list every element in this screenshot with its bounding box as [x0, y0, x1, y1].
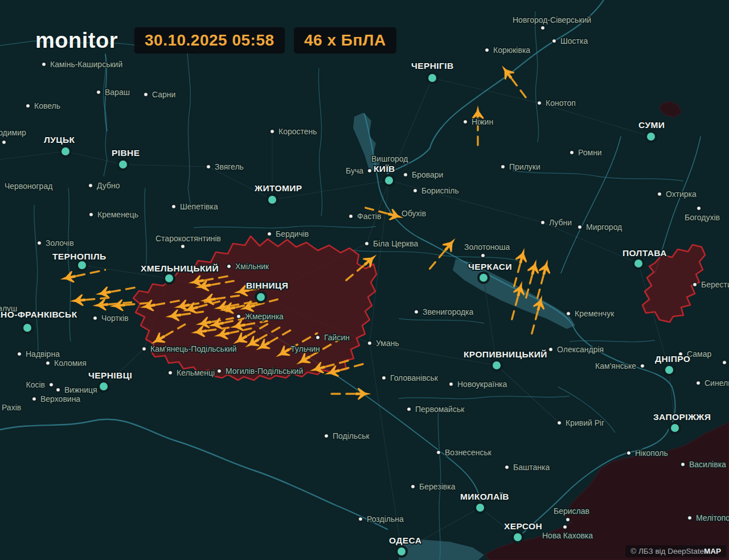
- town-dot[interactable]: [2, 140, 6, 145]
- town-dot[interactable]: [697, 206, 701, 211]
- town-dot[interactable]: [693, 282, 697, 287]
- town-dot[interactable]: [267, 232, 272, 236]
- major-city-dot[interactable]: [647, 133, 655, 141]
- major-city-dot[interactable]: [671, 424, 679, 432]
- town-dot[interactable]: [626, 451, 631, 455]
- town-dot[interactable]: [566, 517, 570, 522]
- major-city-dot[interactable]: [634, 260, 642, 267]
- town-dot[interactable]: [501, 164, 505, 169]
- town-dot[interactable]: [463, 120, 468, 124]
- town-dot[interactable]: [42, 62, 46, 67]
- major-city-dot[interactable]: [398, 547, 406, 555]
- town-dot[interactable]: [93, 316, 97, 320]
- town-dot[interactable]: [17, 352, 22, 356]
- town-dot[interactable]: [403, 172, 408, 177]
- major-city-dot[interactable]: [23, 324, 31, 332]
- major-city-dot[interactable]: [493, 361, 501, 369]
- town-label: Голованівськ: [390, 373, 439, 382]
- town-dot[interactable]: [436, 450, 441, 455]
- major-city-dot[interactable]: [100, 382, 108, 390]
- major-city-dot[interactable]: [480, 274, 488, 282]
- town-dot[interactable]: [687, 516, 692, 520]
- town-dot[interactable]: [96, 90, 101, 94]
- town-label: Прилуки: [509, 162, 540, 171]
- town-dot[interactable]: [206, 164, 211, 169]
- town-dot[interactable]: [32, 397, 36, 401]
- town-dot[interactable]: [142, 347, 146, 351]
- major-city-dot[interactable]: [165, 274, 173, 282]
- town-dot[interactable]: [505, 465, 509, 470]
- town-dot[interactable]: [449, 382, 453, 386]
- town-dot[interactable]: [481, 253, 485, 258]
- town-dot[interactable]: [37, 241, 42, 245]
- town-dot[interactable]: [364, 241, 369, 246]
- town-dot[interactable]: [168, 370, 173, 375]
- town-dot[interactable]: [722, 360, 727, 365]
- town-label: Рахів: [2, 403, 21, 412]
- town-dot[interactable]: [540, 220, 545, 225]
- major-city-label: ЛУЦЬК: [44, 135, 75, 145]
- town-dot[interactable]: [382, 376, 386, 380]
- town-label: Самар: [687, 349, 711, 359]
- major-city-label: ЖИТОМИР: [254, 183, 302, 193]
- major-city-dot[interactable]: [476, 504, 484, 512]
- town-dot[interactable]: [696, 381, 701, 385]
- major-city-dot[interactable]: [119, 160, 127, 168]
- town-dot[interactable]: [681, 462, 685, 467]
- town-dot[interactable]: [181, 244, 185, 249]
- town-dot[interactable]: [411, 484, 415, 489]
- town-dot[interactable]: [570, 150, 574, 155]
- town-dot[interactable]: [578, 225, 582, 229]
- town-dot[interactable]: [557, 421, 562, 425]
- ukraine-map[interactable]: Камінь-КаширськийВарашСарниКовельВолодим…: [0, 0, 729, 560]
- town-dot[interactable]: [552, 39, 556, 43]
- town-dot[interactable]: [316, 335, 320, 340]
- town-dot[interactable]: [485, 48, 489, 52]
- town-dot[interactable]: [88, 183, 93, 188]
- town-dot[interactable]: [349, 214, 353, 219]
- town-dot[interactable]: [414, 310, 419, 314]
- town-dot[interactable]: [144, 92, 148, 97]
- town-dot[interactable]: [49, 382, 54, 387]
- town-dot[interactable]: [89, 212, 93, 217]
- town-label: Миргород: [586, 223, 622, 232]
- town-dot[interactable]: [26, 104, 30, 108]
- town-dot[interactable]: [46, 361, 50, 365]
- town-dot[interactable]: [540, 26, 545, 30]
- town-label: Кривий Ріг: [566, 418, 604, 427]
- major-city-dot[interactable]: [385, 176, 393, 184]
- town-dot[interactable]: [236, 314, 241, 319]
- town-dot[interactable]: [407, 407, 411, 411]
- major-city-label: ХЕРСОН: [504, 521, 542, 531]
- major-city-dot[interactable]: [428, 74, 436, 82]
- town-label: Хмільник: [235, 262, 269, 271]
- town-dot[interactable]: [640, 364, 645, 368]
- major-city-dot[interactable]: [665, 366, 673, 374]
- town-dot[interactable]: [227, 264, 231, 269]
- town-label: Вознесенськ: [445, 448, 492, 457]
- town-label: Володимир: [0, 128, 26, 137]
- major-city-dot[interactable]: [62, 147, 69, 155]
- town-dot[interactable]: [358, 517, 363, 521]
- major-city-dot[interactable]: [257, 293, 265, 301]
- major-city-dot[interactable]: [514, 533, 522, 541]
- town-dot[interactable]: [537, 101, 542, 105]
- town-dot[interactable]: [56, 388, 60, 392]
- attribution-suffix: MAP: [704, 547, 721, 555]
- town-label: Вараш: [105, 88, 130, 97]
- town-dot[interactable]: [657, 192, 662, 196]
- town-dot[interactable]: [548, 347, 553, 352]
- major-city-dot[interactable]: [78, 261, 86, 269]
- town-dot[interactable]: [413, 188, 417, 193]
- town-label: Звенигородка: [423, 307, 474, 316]
- town-dot[interactable]: [367, 341, 372, 345]
- town-dot[interactable]: [367, 168, 372, 173]
- major-city-dot[interactable]: [268, 196, 276, 204]
- town-dot[interactable]: [0, 184, 1, 188]
- town-dot[interactable]: [171, 204, 176, 209]
- town-dot[interactable]: [217, 369, 222, 373]
- town-dot[interactable]: [270, 129, 275, 134]
- town-dot[interactable]: [324, 434, 329, 438]
- town-dot[interactable]: [566, 311, 571, 316]
- town-dot[interactable]: [563, 525, 567, 529]
